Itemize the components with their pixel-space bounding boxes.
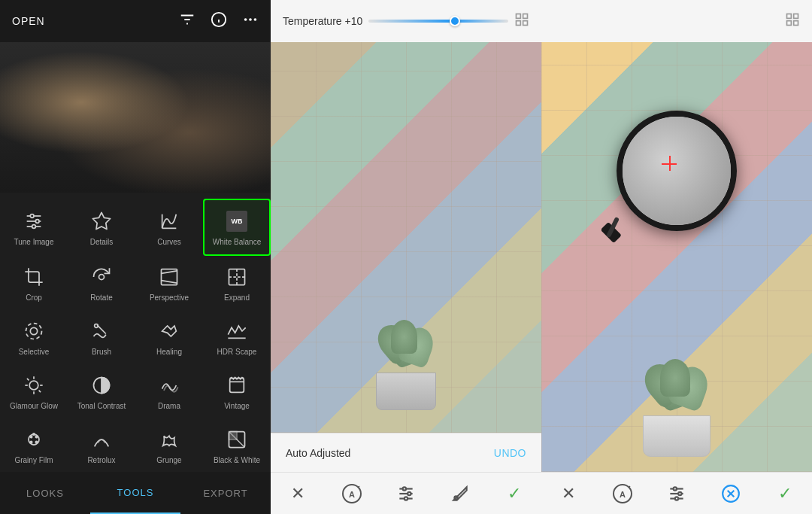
svg-point-40: [30, 436, 32, 437]
tool-black-white[interactable]: Black & White: [203, 418, 271, 472]
hdr-scape-icon: [223, 318, 250, 345]
healing-label: Healing: [156, 348, 182, 357]
middle-confirm-button[interactable]: ✓: [501, 480, 528, 507]
svg-line-33: [39, 391, 41, 392]
svg-line-32: [27, 379, 29, 380]
open-button[interactable]: OPEN: [12, 15, 45, 27]
tool-expand[interactable]: Expand: [203, 256, 271, 310]
svg-point-42: [30, 441, 32, 443]
eyedropper-handle: [601, 193, 647, 246]
svg-text:A: A: [620, 490, 626, 499]
nav-export[interactable]: EXPORT: [180, 472, 271, 514]
right-tune-button[interactable]: [663, 480, 690, 507]
tune-image-icon: [20, 208, 47, 235]
crop-label: Crop: [26, 293, 42, 303]
tool-details[interactable]: Details: [68, 199, 135, 256]
svg-rect-50: [523, 20, 528, 25]
tool-retrolux[interactable]: Retrolux: [68, 418, 135, 472]
svg-line-20: [162, 271, 177, 274]
tool-tonal-contrast[interactable]: Tonal Contrast: [68, 364, 135, 418]
tools-grid: Tune Image Details Curves WB White Balan…: [0, 193, 271, 472]
temperature-label: Temperature +10: [283, 15, 362, 27]
perspective-label: Perspective: [150, 293, 189, 303]
svg-rect-63: [787, 14, 792, 19]
svg-point-29: [29, 381, 38, 390]
tool-drama[interactable]: Drama: [135, 364, 203, 418]
svg-marker-15: [92, 212, 110, 229]
svg-rect-49: [517, 20, 521, 25]
tool-tune-image[interactable]: Tune Image: [0, 199, 68, 256]
vintage-icon: [223, 372, 250, 399]
svg-point-41: [35, 436, 37, 437]
svg-point-25: [30, 327, 37, 334]
middle-auto-button[interactable]: A: [338, 480, 365, 507]
undo-button[interactable]: UNDO: [494, 447, 526, 459]
tool-crop[interactable]: Crop: [0, 256, 68, 310]
middle-top: Temperature +10: [271, 0, 541, 42]
rotate-icon: [88, 263, 115, 290]
svg-line-21: [162, 281, 177, 284]
tool-glamour-glow[interactable]: Glamour Glow: [0, 364, 68, 418]
tool-grunge[interactable]: Grunge: [135, 418, 203, 472]
drama-icon: [156, 372, 183, 399]
more-icon[interactable]: [242, 11, 259, 32]
magnifier-crosshair: [669, 163, 684, 178]
middle-tune-button[interactable]: [392, 480, 420, 507]
preview-image: [0, 42, 271, 193]
tool-hdr-scape[interactable]: HDR Scape: [203, 310, 271, 364]
selective-label: Selective: [19, 348, 50, 357]
bottom-nav: LOOKS TOOLS EXPORT: [0, 472, 271, 514]
retrolux-label: Retrolux: [87, 456, 115, 465]
temperature-slider[interactable]: [368, 20, 508, 23]
curves-label: Curves: [157, 238, 181, 247]
preview-image-inner: [0, 42, 271, 193]
right-panel: ✕ A: [541, 0, 812, 514]
tool-healing[interactable]: Healing: [135, 310, 203, 364]
tool-vintage[interactable]: Vintage: [203, 364, 271, 418]
svg-rect-66: [794, 21, 798, 26]
right-close-button[interactable]: ✕: [555, 480, 582, 507]
svg-point-11: [35, 220, 39, 224]
tool-selective[interactable]: Selective: [0, 310, 68, 364]
tool-white-balance[interactable]: WB White Balance: [203, 199, 271, 256]
svg-point-8: [30, 214, 34, 218]
tile-pattern-bg: [271, 42, 541, 433]
tool-curves[interactable]: Curves: [135, 199, 203, 256]
svg-rect-37: [230, 379, 244, 393]
tonal-contrast-label: Tonal Contrast: [77, 402, 126, 411]
middle-close-button[interactable]: ✕: [284, 480, 311, 507]
middle-action-bar: ✕ A: [271, 472, 541, 514]
magnifier: [617, 111, 737, 231]
tool-brush[interactable]: Brush: [68, 310, 135, 364]
svg-rect-47: [517, 14, 521, 18]
middle-eyedropper-button[interactable]: [447, 480, 474, 507]
perspective-icon: [156, 263, 183, 290]
retrolux-icon: [88, 426, 115, 453]
svg-point-27: [95, 324, 98, 328]
svg-point-58: [408, 491, 411, 494]
nav-looks[interactable]: LOOKS: [0, 472, 90, 514]
glamour-glow-label: Glamour Glow: [10, 402, 58, 411]
right-expand-icon[interactable]: [785, 12, 800, 30]
selective-icon: [20, 318, 47, 345]
right-action-bar: ✕ A: [541, 472, 812, 514]
right-cancel-eyedropper-button[interactable]: [717, 480, 744, 507]
info-icon[interactable]: [211, 11, 227, 32]
nav-tools[interactable]: TOOLS: [90, 472, 180, 514]
hdr-scape-label: HDR Scape: [217, 348, 257, 357]
white-balance-icon: WB: [223, 208, 250, 235]
svg-point-55: [403, 487, 406, 490]
black-white-label: Black & White: [214, 456, 260, 465]
svg-point-18: [99, 275, 105, 280]
right-auto-button[interactable]: A: [609, 480, 636, 507]
tool-perspective[interactable]: Perspective: [135, 256, 203, 310]
auto-adjusted-bar: Auto Adjusted UNDO: [271, 433, 541, 472]
tool-rotate[interactable]: Rotate: [68, 256, 135, 310]
tool-grainy-film[interactable]: Grainy Film: [0, 418, 68, 472]
right-confirm-button[interactable]: ✓: [771, 480, 798, 507]
filter-icon[interactable]: [179, 11, 195, 32]
svg-rect-64: [794, 14, 798, 19]
svg-point-4: [249, 18, 252, 21]
expand-icon[interactable]: [514, 12, 529, 31]
expand-label: Expand: [224, 293, 250, 303]
